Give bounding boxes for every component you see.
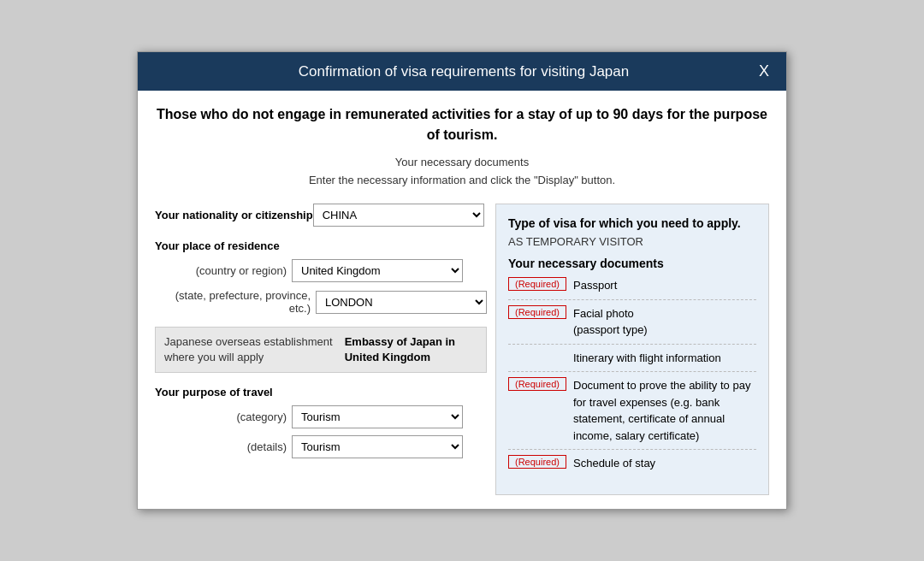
nationality-group: Your nationality or citizenship CHINA [155, 204, 487, 227]
residence-label: Your place of residence [155, 239, 280, 252]
doc-item: (Required)Passport [508, 277, 756, 300]
sub-heading-line1: Your necessary documents [395, 156, 529, 168]
sub-heading: Your necessary documents Enter the neces… [155, 154, 769, 190]
details-select[interactable]: Tourism [292, 435, 463, 458]
required-badge: (Required) [508, 305, 566, 319]
doc-text: Document to prove the ability to pay for… [573, 377, 756, 444]
content-row: Your nationality or citizenship CHINA Yo… [155, 204, 769, 495]
close-button[interactable]: X [755, 62, 773, 80]
country-select[interactable]: United Kingdom [292, 259, 463, 282]
details-row: (details) Tourism [155, 435, 487, 458]
doc-item: (Required)Document to prove the ability … [508, 377, 756, 450]
modal-title: Confirmation of visa requirements for vi… [172, 63, 755, 80]
visa-type-value: AS TEMPORARY VISITOR [508, 235, 756, 248]
establishment-label: Japanese overseas establishment where yo… [164, 334, 345, 365]
doc-item: (Required)Facial photo (passport type) [508, 305, 756, 345]
establishment-box: Japanese overseas establishment where yo… [155, 327, 487, 373]
sub-heading-line2: Enter the necessary information and clic… [309, 174, 615, 186]
nationality-row: Your nationality or citizenship CHINA [155, 204, 487, 227]
doc-item: Itinerary with flight information [508, 350, 756, 373]
required-badge: (Required) [508, 277, 566, 291]
modal-container: Confirmation of visa requirements for vi… [137, 51, 787, 509]
category-row: (category) Tourism [155, 405, 487, 428]
country-label: (country or region) [155, 264, 292, 277]
details-label: (details) [155, 440, 292, 453]
state-select[interactable]: LONDON [316, 291, 487, 314]
doc-text: Itinerary with flight information [573, 350, 756, 367]
doc-text: Schedule of stay [573, 455, 756, 472]
doc-item: (Required)Schedule of stay [508, 455, 756, 477]
nationality-select[interactable]: CHINA [313, 204, 484, 227]
state-label: (state, prefecture, province, etc.) [155, 289, 316, 315]
required-badge: (Required) [508, 455, 566, 469]
main-heading: Those who do not engage in remunerated a… [155, 104, 769, 145]
doc-text: Passport [573, 277, 756, 294]
nationality-label: Your nationality or citizenship [155, 209, 313, 221]
establishment-value: Embassy of Japan in United Kingdom [345, 334, 477, 365]
residence-group: Your place of residence (country or regi… [155, 239, 487, 315]
purpose-group: Your purpose of travel (category) Touris… [155, 385, 487, 458]
docs-heading: Your necessary documents [508, 257, 756, 270]
left-panel: Your nationality or citizenship CHINA Yo… [155, 204, 487, 495]
doc-text: Facial photo (passport type) [573, 305, 756, 339]
category-select[interactable]: Tourism [292, 405, 463, 428]
country-row: (country or region) United Kingdom [155, 259, 487, 282]
state-row: (state, prefecture, province, etc.) LOND… [155, 289, 487, 315]
modal-body: Those who do not engage in remunerated a… [138, 91, 786, 508]
required-badge: (Required) [508, 377, 566, 391]
visa-type-heading: Type of visa for which you need to apply… [508, 216, 756, 230]
right-panel: Type of visa for which you need to apply… [495, 204, 769, 495]
category-label: (category) [155, 410, 292, 423]
purpose-label: Your purpose of travel [155, 386, 273, 399]
documents-list: (Required)Passport(Required)Facial photo… [508, 277, 756, 477]
modal-header: Confirmation of visa requirements for vi… [138, 52, 786, 91]
